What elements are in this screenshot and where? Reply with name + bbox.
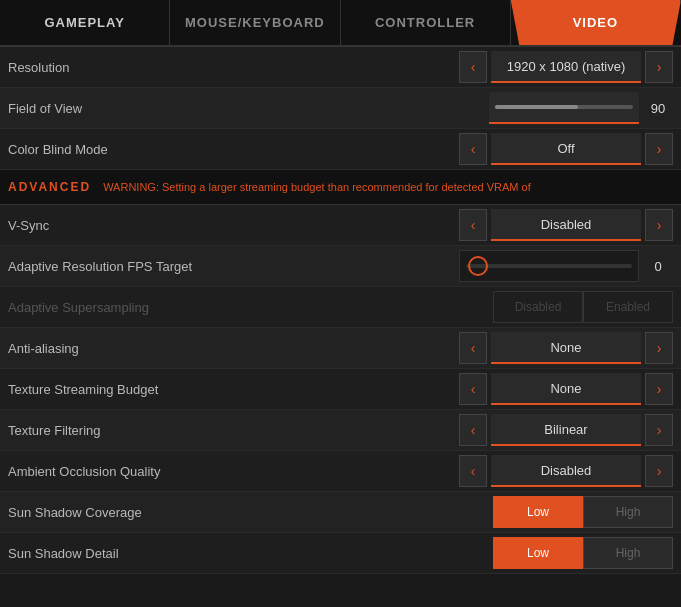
- fov-control: 90: [489, 92, 673, 124]
- antialiasing-label: Anti-aliasing: [8, 341, 459, 356]
- ambient-occlusion-prev-btn[interactable]: ‹: [459, 455, 487, 487]
- adaptive-res-slider[interactable]: [459, 250, 639, 282]
- sun-shadow-detail-high-btn[interactable]: High: [583, 537, 673, 569]
- advanced-header: ADVANCED WARNING: Setting a larger strea…: [0, 170, 681, 205]
- antialiasing-next-btn[interactable]: ›: [645, 332, 673, 364]
- resolution-value: 1920 x 1080 (native): [491, 51, 641, 83]
- antialiasing-prev-btn[interactable]: ‹: [459, 332, 487, 364]
- texture-filtering-row: Texture Filtering ‹ Bilinear ›: [0, 410, 681, 451]
- antialiasing-control: ‹ None ›: [459, 332, 673, 364]
- texture-streaming-label: Texture Streaming Budget: [8, 382, 459, 397]
- vsync-row: V-Sync ‹ Disabled ›: [0, 205, 681, 246]
- sun-shadow-detail-label: Sun Shadow Detail: [8, 546, 493, 561]
- ambient-occlusion-control: ‹ Disabled ›: [459, 455, 673, 487]
- fov-slider[interactable]: [489, 92, 639, 124]
- supersampling-label: Adaptive Supersampling: [8, 300, 493, 315]
- ambient-occlusion-next-btn[interactable]: ›: [645, 455, 673, 487]
- advanced-label: ADVANCED: [8, 180, 91, 194]
- fov-label: Field of View: [8, 101, 489, 116]
- adaptive-res-control: 0: [459, 250, 673, 282]
- fov-value: 90: [643, 92, 673, 124]
- tab-mouse-keyboard[interactable]: MOUSE/KEYBOARD: [170, 0, 340, 45]
- texture-filtering-control: ‹ Bilinear ›: [459, 414, 673, 446]
- colorblind-prev-btn[interactable]: ‹: [459, 133, 487, 165]
- tab-controller[interactable]: CONTROLLER: [341, 0, 511, 45]
- colorblind-row: Color Blind Mode ‹ Off ›: [0, 129, 681, 170]
- texture-streaming-next-btn[interactable]: ›: [645, 373, 673, 405]
- resolution-label: Resolution: [8, 60, 459, 75]
- vsync-value: Disabled: [491, 209, 641, 241]
- vsync-next-btn[interactable]: ›: [645, 209, 673, 241]
- supersampling-disabled-btn: Disabled: [493, 291, 583, 323]
- advanced-warning: WARNING: Setting a larger streaming budg…: [103, 181, 531, 193]
- colorblind-label: Color Blind Mode: [8, 142, 459, 157]
- texture-streaming-control: ‹ None ›: [459, 373, 673, 405]
- vsync-control: ‹ Disabled ›: [459, 209, 673, 241]
- adaptive-res-label: Adaptive Resolution FPS Target: [8, 259, 459, 274]
- supersampling-enabled-btn: Enabled: [583, 291, 673, 323]
- colorblind-control: ‹ Off ›: [459, 133, 673, 165]
- antialiasing-row: Anti-aliasing ‹ None ›: [0, 328, 681, 369]
- supersampling-control: Disabled Enabled: [493, 291, 673, 323]
- adaptive-res-value: 0: [643, 250, 673, 282]
- sun-shadow-coverage-control: Low High: [493, 496, 673, 528]
- vsync-label: V-Sync: [8, 218, 459, 233]
- tab-video[interactable]: VIDEO: [511, 0, 681, 45]
- sun-shadow-detail-control: Low High: [493, 537, 673, 569]
- tab-gameplay[interactable]: GAMEPLAY: [0, 0, 170, 45]
- vsync-prev-btn[interactable]: ‹: [459, 209, 487, 241]
- texture-filtering-prev-btn[interactable]: ‹: [459, 414, 487, 446]
- fov-row: Field of View 90: [0, 88, 681, 129]
- fov-slider-fill: [495, 105, 578, 109]
- ambient-occlusion-value: Disabled: [491, 455, 641, 487]
- texture-filtering-label: Texture Filtering: [8, 423, 459, 438]
- resolution-row: Resolution ‹ 1920 x 1080 (native) ›: [0, 47, 681, 88]
- sun-shadow-coverage-high-btn[interactable]: High: [583, 496, 673, 528]
- resolution-next-btn[interactable]: ›: [645, 51, 673, 83]
- adaptive-res-thumb: [468, 256, 488, 276]
- sun-shadow-detail-low-btn[interactable]: Low: [493, 537, 583, 569]
- fov-slider-track: [495, 105, 633, 109]
- ambient-occlusion-label: Ambient Occlusion Quality: [8, 464, 459, 479]
- colorblind-next-btn[interactable]: ›: [645, 133, 673, 165]
- adaptive-res-row: Adaptive Resolution FPS Target 0: [0, 246, 681, 287]
- supersampling-row: Adaptive Supersampling Disabled Enabled: [0, 287, 681, 328]
- texture-streaming-prev-btn[interactable]: ‹: [459, 373, 487, 405]
- ambient-occlusion-row: Ambient Occlusion Quality ‹ Disabled ›: [0, 451, 681, 492]
- antialiasing-value: None: [491, 332, 641, 364]
- resolution-prev-btn[interactable]: ‹: [459, 51, 487, 83]
- sun-shadow-coverage-label: Sun Shadow Coverage: [8, 505, 493, 520]
- adaptive-res-track: [466, 264, 632, 268]
- texture-filtering-next-btn[interactable]: ›: [645, 414, 673, 446]
- resolution-control: ‹ 1920 x 1080 (native) ›: [459, 51, 673, 83]
- nav-tabs: GAMEPLAY MOUSE/KEYBOARD CONTROLLER VIDEO: [0, 0, 681, 47]
- sun-shadow-detail-row: Sun Shadow Detail Low High: [0, 533, 681, 574]
- colorblind-value: Off: [491, 133, 641, 165]
- texture-filtering-value: Bilinear: [491, 414, 641, 446]
- sun-shadow-coverage-low-btn[interactable]: Low: [493, 496, 583, 528]
- texture-streaming-row: Texture Streaming Budget ‹ None ›: [0, 369, 681, 410]
- texture-streaming-value: None: [491, 373, 641, 405]
- sun-shadow-coverage-row: Sun Shadow Coverage Low High: [0, 492, 681, 533]
- settings-body: Resolution ‹ 1920 x 1080 (native) › Fiel…: [0, 47, 681, 574]
